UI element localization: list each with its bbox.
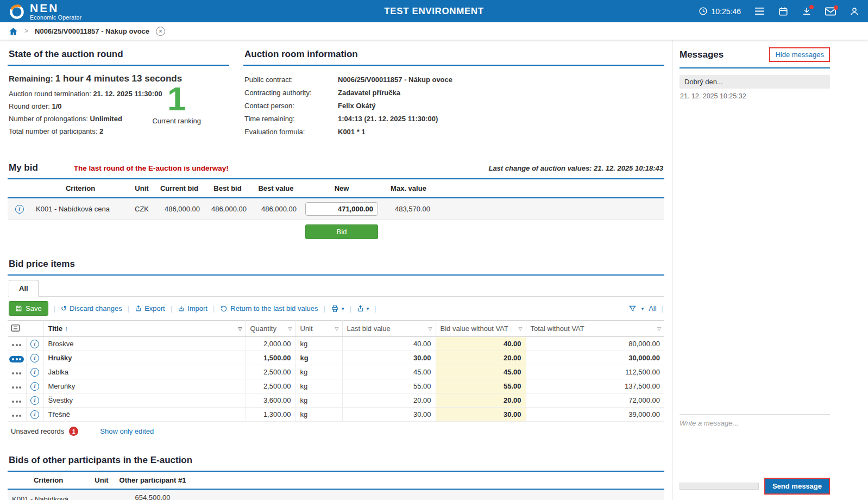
table-row[interactable]: i Jablka 2,500.00 kg 45.00 45.00 112,500… — [8, 365, 664, 379]
item-bid-value-input[interactable]: 40.00 — [436, 337, 526, 351]
table-row[interactable]: i Švestky 3,600.00 kg 20.00 20.00 72,000… — [8, 393, 664, 408]
bid-value-header[interactable]: Bid value without VAT▽ — [436, 321, 526, 337]
filter-caret-icon[interactable]: ▽ — [429, 326, 432, 332]
item-bid-value-input[interactable]: 20.00 — [436, 393, 526, 408]
message-item[interactable]: Dobrý den... — [680, 75, 830, 89]
unit-value: CZK — [129, 198, 154, 220]
item-bid-value-input[interactable]: 20.00 — [436, 351, 526, 365]
messages-panel: Messages Hide messages Dobrý den... 21. … — [672, 40, 837, 500]
horizontal-scrollbar[interactable] — [680, 483, 759, 490]
calendar-icon[interactable] — [778, 7, 788, 16]
share-button[interactable]: ▾ — [357, 305, 369, 312]
remaining-time: Remaining: 1 hour 4 minutes 13 seconds — [9, 73, 228, 84]
row-menu-icon[interactable] — [9, 384, 24, 391]
item-bid-value-input[interactable]: 55.00 — [436, 379, 526, 393]
quantity-header[interactable]: Quantity▽ — [246, 321, 295, 337]
value: N006/25/V00011857 - Nákup ovoce — [338, 76, 452, 84]
table-row[interactable]: i Broskve 2,000.00 kg 40.00 40.00 80,000… — [8, 337, 664, 351]
user-icon[interactable] — [850, 7, 859, 16]
return-last-values-button[interactable]: Return to the last bid values — [220, 304, 318, 312]
home-icon[interactable] — [9, 27, 18, 36]
info-icon[interactable]: i — [30, 396, 39, 405]
item-title: Švestky — [43, 393, 246, 408]
export-label: Export — [144, 304, 165, 312]
brand-subtitle: Economic Operator — [30, 15, 82, 21]
info-icon[interactable]: i — [30, 410, 39, 419]
info-icon[interactable]: i — [30, 368, 39, 377]
filter-button[interactable] — [628, 305, 637, 312]
unit-value: CZK — [89, 489, 114, 500]
discard-changes-button[interactable]: ↺ Discard changes — [61, 304, 122, 312]
row-menu-icon[interactable] — [9, 370, 24, 377]
row-menu-icon[interactable] — [9, 342, 24, 348]
item-last-bid: 40.00 — [342, 337, 436, 351]
row-menu-icon[interactable] — [9, 398, 24, 405]
filter-all-link[interactable]: All — [649, 304, 656, 312]
my-bid-title: My bid — [9, 162, 38, 173]
unsaved-records: Unsaved records1 — [11, 427, 78, 436]
table-row[interactable]: i Třešně 1,300.00 kg 30.00 30.00 39,000.… — [8, 408, 664, 422]
grid-icon — [11, 324, 20, 332]
tab-all[interactable]: All — [9, 280, 39, 297]
item-total: 39,000.00 — [526, 408, 664, 422]
item-last-bid: 30.00 — [342, 351, 436, 365]
title-header[interactable]: Title ↑ ▽ — [43, 321, 246, 337]
nen-logo[interactable]: NEN Economic Operator — [9, 2, 82, 21]
top-bar: NEN Economic Operator TEST ENVIRONMENT 1… — [0, 0, 868, 22]
filter-caret-icon[interactable]: ▽ — [288, 326, 292, 332]
info-icon[interactable]: i — [15, 205, 24, 214]
total-header[interactable]: Total without VAT▽ — [526, 321, 664, 337]
item-last-bid: 55.00 — [342, 379, 436, 393]
item-quantity: 1,300.00 — [246, 408, 295, 422]
select-columns-header[interactable] — [8, 321, 43, 337]
table-row[interactable]: i Hrušky 1,500.00 kg 30.00 20.00 30,000.… — [8, 351, 664, 365]
breadcrumb-item[interactable]: N006/25/V00011857 - Nákup ovoce — [35, 27, 149, 35]
bid-button[interactable]: Bid — [305, 224, 378, 239]
info-icon[interactable]: i — [30, 382, 39, 391]
criterion-header: Criterion — [8, 472, 89, 489]
row-menu-icon[interactable] — [9, 356, 24, 362]
bid-items-title: Bid price items — [9, 259, 75, 270]
menu-icon[interactable] — [754, 7, 765, 15]
close-icon[interactable]: × — [156, 27, 165, 36]
hide-messages-button[interactable]: Hide messages — [769, 47, 830, 62]
unit-header[interactable]: Unit▽ — [295, 321, 342, 337]
show-only-edited-link[interactable]: Show only edited — [100, 427, 154, 435]
server-time-value: 10:25:46 — [712, 7, 741, 16]
save-button[interactable]: Save — [9, 301, 48, 316]
downloads-icon[interactable] — [802, 7, 812, 16]
filter-caret-icon[interactable]: ▽ — [519, 326, 523, 332]
info-icon[interactable]: i — [30, 340, 39, 348]
table-row[interactable]: i Meruňky 2,500.00 kg 55.00 55.00 137,50… — [8, 379, 664, 393]
label: Public contract: — [244, 76, 338, 84]
remaining-value: 1 hour 4 minutes 13 seconds — [55, 73, 182, 84]
clock-icon — [699, 7, 708, 16]
send-message-button[interactable]: Send message — [764, 478, 830, 495]
item-title: Meruňky — [43, 379, 246, 393]
value: 2 — [99, 127, 103, 135]
import-button[interactable]: Import — [178, 304, 207, 312]
mail-badge — [834, 5, 838, 10]
message-input[interactable] — [680, 419, 830, 476]
print-button[interactable]: ▾ — [331, 305, 344, 312]
item-quantity: 1,500.00 — [246, 351, 295, 365]
mail-icon[interactable] — [825, 7, 836, 16]
toolbar-separator: | — [324, 304, 325, 312]
best-bid-header: Best bid — [204, 179, 251, 198]
filter-caret-icon[interactable]: ▽ — [238, 326, 242, 332]
item-bid-value-input[interactable]: 30.00 — [436, 408, 526, 422]
item-quantity: 2,500.00 — [246, 379, 295, 393]
messages-title: Messages — [680, 49, 724, 60]
last-round-warning: The last round of the E-auction is under… — [74, 164, 229, 172]
item-total: 137,500.00 — [526, 379, 664, 393]
import-icon — [178, 305, 185, 312]
filter-caret-icon[interactable]: ▽ — [335, 326, 339, 332]
item-title: Hrušky — [43, 351, 246, 365]
new-bid-input[interactable] — [305, 202, 378, 216]
info-icon[interactable]: i — [30, 354, 39, 362]
row-menu-icon[interactable] — [9, 412, 24, 419]
item-bid-value-input[interactable]: 45.00 — [436, 365, 526, 379]
filter-caret-icon[interactable]: ▽ — [657, 326, 661, 332]
export-button[interactable]: Export — [135, 304, 165, 312]
last-bid-header[interactable]: Last bid value▽ — [342, 321, 436, 337]
